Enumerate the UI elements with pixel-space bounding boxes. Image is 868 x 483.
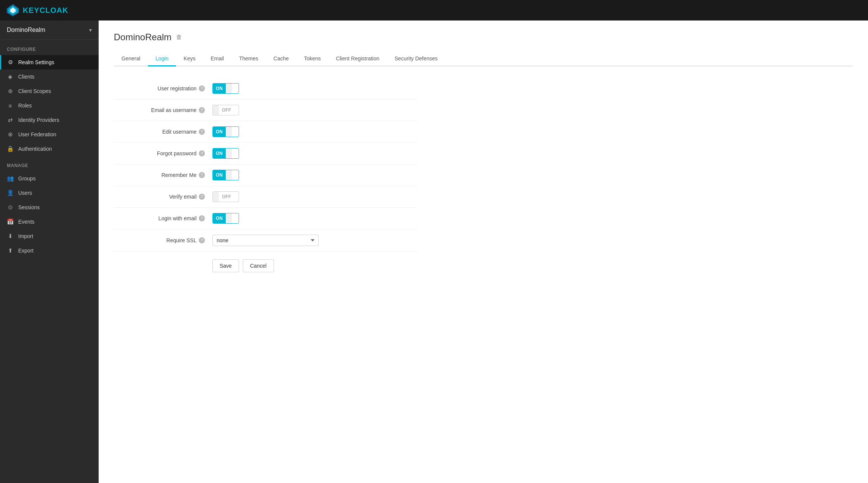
toggle-off-label: OFF bbox=[219, 105, 234, 115]
email-as-username-switch[interactable]: OFF bbox=[212, 105, 239, 115]
edit-username-label: Edit username ? bbox=[114, 129, 212, 135]
user-registration-switch[interactable]: ON bbox=[212, 83, 239, 94]
sidebar-item-label: User Federation bbox=[18, 131, 56, 137]
cancel-button[interactable]: Cancel bbox=[243, 259, 274, 272]
sidebar-item-realm-settings[interactable]: ⚙ Realm Settings bbox=[0, 55, 99, 69]
tab-themes[interactable]: Themes bbox=[231, 52, 266, 66]
sidebar-item-export[interactable]: ⬆ Export bbox=[0, 243, 99, 258]
user-federation-icon: ⊗ bbox=[7, 131, 14, 138]
toggle-on-label: ON bbox=[213, 127, 226, 137]
import-icon: ⬇ bbox=[7, 233, 14, 240]
sidebar-item-events[interactable]: 📅 Events bbox=[0, 215, 99, 229]
tab-client-registration[interactable]: Client Registration bbox=[329, 52, 387, 66]
sidebar-item-roles[interactable]: ≡ Roles bbox=[0, 98, 99, 113]
clients-icon: ◈ bbox=[7, 73, 14, 80]
sidebar-item-label: Realm Settings bbox=[18, 59, 54, 65]
sidebar-item-label: Events bbox=[18, 219, 35, 225]
require-ssl-help-icon[interactable]: ? bbox=[199, 237, 205, 243]
toggle-handle bbox=[213, 105, 219, 115]
events-icon: 📅 bbox=[7, 218, 14, 225]
remember-me-help-icon[interactable]: ? bbox=[199, 172, 205, 178]
tab-general[interactable]: General bbox=[114, 52, 148, 66]
delete-realm-button[interactable]: 🗑 bbox=[176, 34, 182, 41]
email-as-username-label: Email as username ? bbox=[114, 107, 212, 113]
identity-providers-icon: ⇄ bbox=[7, 117, 14, 123]
verify-email-label: Verify email ? bbox=[114, 194, 212, 200]
toggle-on-label: ON bbox=[213, 148, 226, 158]
settings-form: User registration ? ON Email as username… bbox=[114, 78, 417, 272]
logo-text: KEYCLOAK bbox=[23, 6, 68, 15]
tab-tokens[interactable]: Tokens bbox=[296, 52, 328, 66]
verify-email-help-icon[interactable]: ? bbox=[199, 194, 205, 200]
user-registration-row: User registration ? ON bbox=[114, 78, 417, 99]
save-button[interactable]: Save bbox=[212, 259, 239, 272]
form-actions: Save Cancel bbox=[114, 252, 417, 272]
email-as-username-toggle[interactable]: OFF bbox=[212, 105, 239, 115]
forgot-password-row: Forgot password ? ON bbox=[114, 143, 417, 164]
users-icon: 👤 bbox=[7, 189, 14, 196]
login-with-email-label: Login with email ? bbox=[114, 215, 212, 221]
sidebar-item-label: Authentication bbox=[18, 146, 52, 152]
sidebar-item-label: Import bbox=[18, 233, 33, 239]
remember-me-label: Remember Me ? bbox=[114, 172, 212, 178]
edit-username-toggle[interactable]: ON bbox=[212, 126, 239, 137]
toggle-handle bbox=[226, 127, 232, 137]
toggle-handle bbox=[226, 170, 232, 180]
forgot-password-help-icon[interactable]: ? bbox=[199, 150, 205, 156]
edit-username-help-icon[interactable]: ? bbox=[199, 129, 205, 135]
tab-keys[interactable]: Keys bbox=[176, 52, 203, 66]
tabs: General Login Keys Email Themes Cache To… bbox=[114, 52, 853, 66]
forgot-password-switch[interactable]: ON bbox=[212, 148, 239, 159]
sidebar-item-label: Clients bbox=[18, 74, 35, 80]
verify-email-switch[interactable]: OFF bbox=[212, 191, 239, 202]
tab-email[interactable]: Email bbox=[203, 52, 231, 66]
sidebar-item-authentication[interactable]: 🔒 Authentication bbox=[0, 142, 99, 156]
forgot-password-toggle[interactable]: ON bbox=[212, 148, 239, 159]
login-with-email-help-icon[interactable]: ? bbox=[199, 215, 205, 221]
main-content: DominoRealm 🗑 General Login Keys Email T… bbox=[99, 21, 868, 483]
user-registration-toggle[interactable]: ON bbox=[212, 83, 239, 94]
sidebar-item-groups[interactable]: 👥 Groups bbox=[0, 171, 99, 186]
forgot-password-label: Forgot password ? bbox=[114, 150, 212, 156]
manage-section-label: Manage bbox=[0, 156, 99, 171]
sidebar-item-label: Export bbox=[18, 248, 33, 254]
sidebar-item-client-scopes[interactable]: ⊛ Client Scopes bbox=[0, 84, 99, 98]
require-ssl-label: Require SSL ? bbox=[114, 237, 212, 243]
sidebar-item-users[interactable]: 👤 Users bbox=[0, 186, 99, 200]
sidebar: DominoRealm ▾ Configure ⚙ Realm Settings… bbox=[0, 21, 99, 483]
toggle-handle bbox=[226, 84, 232, 93]
remember-me-switch[interactable]: ON bbox=[212, 170, 239, 180]
remember-me-toggle[interactable]: ON bbox=[212, 170, 239, 180]
tab-security-defenses[interactable]: Security Defenses bbox=[387, 52, 445, 66]
chevron-down-icon: ▾ bbox=[89, 27, 92, 33]
logo: KEYCLOAK bbox=[6, 3, 68, 17]
export-icon: ⬆ bbox=[7, 247, 14, 254]
login-with-email-switch[interactable]: ON bbox=[212, 213, 239, 224]
realm-name: DominoRealm bbox=[7, 27, 45, 33]
sidebar-item-user-federation[interactable]: ⊗ User Federation bbox=[0, 127, 99, 142]
toggle-on-label: ON bbox=[213, 84, 226, 93]
edit-username-switch[interactable]: ON bbox=[212, 126, 239, 137]
sidebar-item-identity-providers[interactable]: ⇄ Identity Providers bbox=[0, 113, 99, 127]
page-title: DominoRealm bbox=[114, 32, 171, 43]
sidebar-item-sessions[interactable]: ⊙ Sessions bbox=[0, 200, 99, 215]
require-ssl-row: Require SSL ? none external all bbox=[114, 229, 417, 252]
edit-username-row: Edit username ? ON bbox=[114, 121, 417, 143]
tab-login[interactable]: Login bbox=[148, 52, 176, 66]
verify-email-row: Verify email ? OFF bbox=[114, 186, 417, 208]
realm-selector[interactable]: DominoRealm ▾ bbox=[0, 21, 99, 40]
email-as-username-help-icon[interactable]: ? bbox=[199, 107, 205, 113]
sidebar-item-label: Groups bbox=[18, 175, 36, 182]
sessions-icon: ⊙ bbox=[7, 204, 14, 211]
sidebar-item-import[interactable]: ⬇ Import bbox=[0, 229, 99, 243]
groups-icon: 👥 bbox=[7, 175, 14, 182]
verify-email-toggle[interactable]: OFF bbox=[212, 191, 239, 202]
toggle-handle bbox=[213, 192, 219, 202]
require-ssl-select[interactable]: none external all bbox=[212, 235, 319, 246]
tab-cache[interactable]: Cache bbox=[266, 52, 296, 66]
login-with-email-toggle[interactable]: ON bbox=[212, 213, 239, 224]
user-registration-help-icon[interactable]: ? bbox=[199, 85, 205, 92]
toggle-on-label: ON bbox=[213, 170, 226, 180]
sidebar-item-clients[interactable]: ◈ Clients bbox=[0, 69, 99, 84]
roles-icon: ≡ bbox=[7, 102, 14, 109]
